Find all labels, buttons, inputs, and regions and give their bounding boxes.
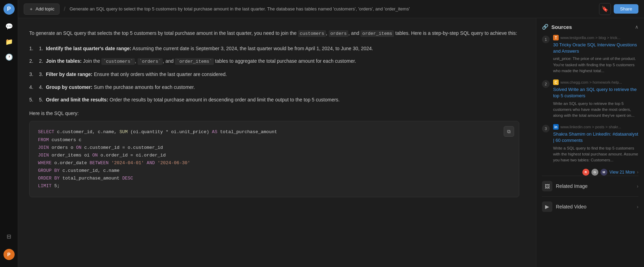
step-number: 5. [39,96,43,104]
copy-button[interactable]: ⧉ [504,126,514,137]
source-link-1[interactable]: 30 Tricky Oracle SQL Interview Questions… [553,42,638,54]
source-number-3: 3 [542,125,550,132]
breadcrumb: Generate an SQL query to select the top … [70,6,595,12]
sql-label: Here is the SQL query: [29,110,519,116]
source-domain-1: T www.testgorilla.com > blog > trick... [553,35,638,40]
add-topic-button[interactable]: ＋ Add topic [24,3,60,15]
avatar[interactable]: P [3,249,15,260]
source-link-2[interactable]: Solved Write an SQL query to retrieve th… [553,86,638,99]
code-block: ⧉ SELECT c.customer_id, c.name, SUM (oi.… [29,121,519,197]
sources-title: 🔗 Sources [542,24,572,30]
avatar-mini-1: R [582,169,589,176]
sidebar: P 💬 📁 🕐 ⊟ P [0,0,18,267]
keyword-on-2: ON [92,153,98,158]
related-image-left: 🖼 Related Image [542,181,588,191]
list-item: 1. Identify the last quarter's date rang… [29,45,519,52]
related-image-label: Related Image [556,183,588,189]
step-number: 4. [39,83,43,91]
source-link-3[interactable]: Shakra Shamim on LinkedIn: #dataanalyst … [553,131,638,144]
list-item: 5. Order and limit the results: Order th… [29,96,519,104]
source-favicon-2: C [553,79,559,85]
source-content-1: T www.testgorilla.com > blog > trick... … [553,35,638,74]
related-video-section[interactable]: ▶ Related Video › [542,196,638,217]
view-more-link[interactable]: View 21 More [610,170,635,175]
keyword-select: SELECT [38,129,54,135]
list-item: 3. Filter by date range: Ensure that onl… [29,70,519,78]
keyword-sum: SUM [119,129,127,135]
source-number-2: 2 [542,80,550,88]
string-date-2: '2024-06-30' [157,160,190,166]
keyword-and: AND [147,160,155,166]
step-number: 2. [39,57,43,66]
sources-collapse-button[interactable]: ∧ [635,24,638,30]
code-line-4: JOIN order_items oi ON o.order_id = oi.o… [38,152,512,159]
keyword-from: FROM [38,137,49,143]
code-line-1: SELECT c.customer_id, c.name, SUM (oi.qu… [38,128,512,136]
share-button[interactable]: Share [614,4,638,14]
avatar-mini-3: M [600,169,607,176]
chat-icon[interactable]: 💬 [3,20,15,33]
step-title: Filter by date range: [46,71,93,77]
code-inline: `orders` [138,58,163,65]
avatar-mini-2: G [591,169,598,176]
keyword-as: AS [212,129,217,135]
source-item-1: 1 T www.testgorilla.com > blog > trick..… [542,35,638,74]
step-title: Identify the last quarter's date range: [46,46,131,51]
keyword-order-by: ORDER BY [38,176,60,181]
code-order-items: order_items [360,30,394,37]
history-icon[interactable]: 🕐 [3,51,15,63]
topbar: ＋ Add topic / Generate an SQL query to s… [18,0,644,18]
right-panel: 🔗 Sources ∧ 1 T www.testgorilla.com > bl… [536,18,644,267]
plus-icon: ＋ [29,6,33,12]
intro-paragraph: To generate an SQL query that selects th… [29,29,519,38]
keyword-group-by: GROUP BY [38,168,60,173]
list-item: 2. Join the tables: Join the `customers`… [29,57,519,66]
source-snippet-2: Write an SQL query to retrieve the top 5… [553,101,638,119]
code-line-5: WHERE o.order_date BETWEEN '2024-04-01' … [38,159,512,167]
source-domain-3: in www.linkedin.com > posts > shakr... [553,124,638,130]
related-image-icon: 🖼 [542,181,552,191]
related-image-section[interactable]: 🖼 Related Image › [542,176,638,196]
keyword-join-2: JOIN [38,153,49,158]
string-date-1: '2024-04-01' [111,160,144,166]
step-title: Join the tables: [46,58,82,64]
keyword-where: WHERE [38,160,52,166]
source-item-2: 2 C www.chegg.com > homework-help... Sol… [542,79,638,119]
code-line-6: GROUP BY c.customer_id, c.name [38,167,512,175]
keyword-between: BETWEEN [90,160,109,166]
code-inline: `order_items` [175,58,214,65]
source-favicon-1: T [553,35,559,40]
source-url-1: www.testgorilla.com > blog > trick... [560,36,620,40]
topbar-actions: 🔖 Share [599,3,638,15]
code-line-2: FROM customers c [38,136,512,144]
view-more-chevron: › [637,170,638,175]
step-number: 3. [39,70,43,78]
collapse-sidebar-button[interactable]: ⊟ [3,230,15,243]
source-domain-2: C www.chegg.com > homework-help... [553,79,638,85]
source-content-3: in www.linkedin.com > posts > shakr... S… [553,124,638,163]
step-title: Order and limit the results: [46,97,108,102]
code-orders: orders [329,30,349,37]
steps-list: 1. Identify the last quarter's date rang… [29,45,519,104]
folder-icon[interactable]: 📁 [3,36,15,48]
keyword-join-1: JOIN [38,145,49,150]
keyword-on-1: ON [76,145,82,150]
code-inline: `customers` [101,58,135,65]
code-line-3: JOIN orders o ON c.customer_id = o.custo… [38,144,512,152]
sources-header: 🔗 Sources ∧ [542,24,638,30]
main-content: To generate an SQL query that selects th… [18,18,536,267]
source-snippet-1: unit_price: The price of one unit of the… [553,56,638,74]
source-content-2: C www.chegg.com > homework-help... Solve… [553,79,638,119]
bookmark-button[interactable]: 🔖 [599,3,611,15]
source-number-1: 1 [542,36,550,43]
related-video-label: Related Video [556,204,587,209]
code-customers: customers [298,30,326,37]
related-video-chevron-icon: › [637,204,638,209]
breadcrumb-separator: / [64,6,65,12]
content-area: To generate an SQL query that selects th… [18,18,644,267]
related-video-icon: ▶ [542,201,552,212]
link-icon: 🔗 [542,24,549,30]
app-logo[interactable]: P [3,3,15,15]
source-snippet-3: Write a SQL query to find the top 5 cust… [553,145,638,163]
code-line-8: LIMIT 5; [38,182,512,190]
